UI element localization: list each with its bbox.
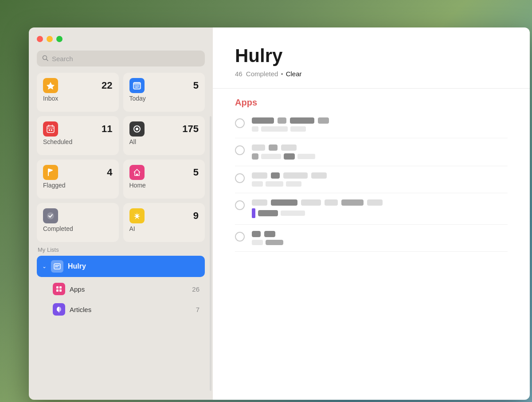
task-title-blur [283, 172, 308, 179]
svg-rect-12 [51, 129, 52, 131]
all-count: 175 [182, 123, 199, 135]
task-sub-blur [297, 154, 315, 159]
main-header: Hulry 46 Completed • Clear [213, 27, 530, 85]
inbox-label: Inbox [43, 95, 113, 102]
svg-rect-20 [56, 286, 59, 289]
clear-button[interactable]: Clear [286, 70, 302, 78]
subtitle-row: 46 Completed • Clear [235, 70, 508, 78]
articles-list-item[interactable]: Articles 7 [37, 299, 205, 320]
apps-list-item[interactable]: Apps 26 [37, 279, 205, 299]
table-row [235, 193, 508, 225]
task-sub-blur [284, 153, 295, 160]
flagged-card[interactable]: 4 Flagged [37, 160, 119, 199]
task-sub-row [252, 240, 508, 245]
svg-rect-23 [59, 289, 62, 292]
card-top-home: 5 [129, 165, 199, 180]
app-window: Search 22 Inbox [29, 27, 530, 400]
today-card[interactable]: 17 5 Today [123, 73, 205, 112]
close-button[interactable] [37, 36, 43, 42]
svg-rect-11 [49, 129, 50, 131]
hulry-list-item[interactable]: ⌄ Hulry [37, 256, 205, 277]
task-checkbox[interactable] [235, 145, 245, 155]
task-title-blur [318, 117, 329, 124]
section-label-apps: Apps [213, 92, 530, 111]
table-row [235, 166, 508, 193]
today-count: 5 [193, 80, 199, 91]
task-content [252, 199, 508, 218]
task-content [252, 172, 508, 187]
task-title-row [252, 117, 508, 124]
card-top-today: 17 5 [129, 78, 199, 93]
task-sub-blur [252, 181, 263, 187]
ai-card[interactable]: 9 AI [123, 203, 205, 242]
task-title-blur [281, 144, 297, 151]
table-row [235, 225, 508, 252]
task-checkbox[interactable] [235, 118, 245, 128]
search-placeholder: Search [52, 55, 73, 62]
today-label: Today [129, 95, 199, 102]
svg-text:17: 17 [135, 85, 139, 88]
minimize-button[interactable] [47, 36, 53, 42]
task-sub-row [252, 126, 508, 132]
table-row [235, 138, 508, 166]
task-title-blur [271, 172, 280, 179]
sidebar-scrollbar[interactable] [210, 116, 211, 391]
task-title-blur [341, 199, 364, 206]
articles-list-name: Articles [70, 306, 192, 313]
task-checkbox[interactable] [235, 173, 245, 183]
svg-marker-2 [47, 82, 55, 90]
hulry-list-name: Hulry [68, 262, 200, 270]
svg-rect-7 [47, 126, 54, 133]
task-title-row [252, 231, 508, 237]
flagged-count: 4 [107, 167, 112, 178]
task-sub-blur [286, 181, 301, 187]
svg-point-14 [136, 128, 138, 130]
apps-list-name: Apps [70, 285, 188, 293]
completed-count-label: 46 Completed [235, 70, 278, 78]
search-icon [42, 55, 48, 62]
maximize-button[interactable] [56, 36, 63, 42]
task-checkbox[interactable] [235, 200, 245, 210]
task-sub-blur [258, 210, 278, 216]
completed-icon [43, 208, 58, 223]
card-top-all: 175 [129, 121, 199, 137]
task-title-row [252, 172, 508, 179]
completed-card[interactable]: Completed [37, 203, 119, 242]
card-top-flagged: 4 [43, 165, 113, 180]
inbox-card[interactable]: 22 Inbox [37, 73, 119, 112]
table-row [235, 111, 508, 138]
svg-point-16 [47, 212, 54, 219]
task-sub-blur [266, 240, 283, 245]
task-list [213, 111, 530, 400]
task-content [252, 144, 508, 160]
my-lists-header: My Lists [37, 246, 205, 253]
header-divider [213, 88, 530, 89]
svg-rect-18 [55, 265, 59, 266]
titlebar [29, 27, 213, 51]
ai-count: 9 [193, 210, 199, 222]
task-title-blur [252, 117, 274, 124]
svg-rect-22 [56, 289, 59, 292]
scheduled-card[interactable]: 11 Scheduled [37, 116, 119, 155]
search-bar[interactable]: Search [37, 51, 205, 66]
chevron-down-icon: ⌄ [42, 263, 47, 269]
all-label: All [129, 138, 199, 145]
flagged-label: Flagged [43, 182, 113, 189]
task-checkbox[interactable] [235, 232, 245, 242]
all-card[interactable]: 175 All [123, 116, 205, 155]
svg-point-24 [59, 312, 59, 312]
home-icon [129, 165, 145, 180]
svg-rect-19 [55, 266, 58, 267]
home-count: 5 [193, 167, 199, 178]
page-title: Hulry [235, 45, 508, 66]
task-title-row [252, 199, 508, 206]
card-top-inbox: 22 [43, 78, 113, 93]
home-card[interactable]: 5 Home [123, 160, 205, 199]
my-lists-section: My Lists ⌄ Hulry [29, 246, 213, 400]
task-title-blur [367, 199, 383, 206]
task-title-blur [325, 199, 338, 206]
scheduled-label: Scheduled [43, 138, 113, 145]
ai-icon [129, 208, 145, 223]
purple-tag-block [252, 208, 255, 218]
task-title-blur [264, 231, 275, 237]
